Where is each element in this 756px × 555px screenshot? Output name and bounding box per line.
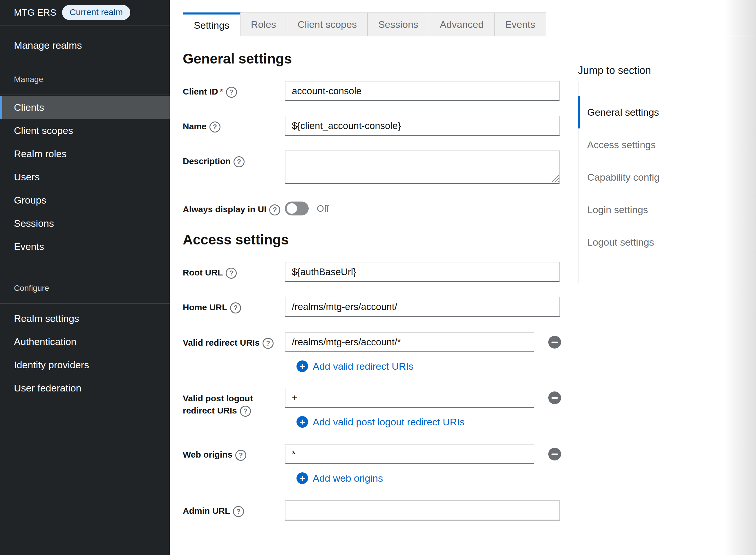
- plus-circle-icon: +: [296, 416, 308, 428]
- tab-sessions[interactable]: Sessions: [368, 12, 429, 36]
- tab-client-scopes[interactable]: Client scopes: [287, 12, 368, 36]
- jump-link-access-settings[interactable]: Access settings: [579, 128, 740, 161]
- help-icon[interactable]: ?: [235, 450, 246, 461]
- description-row: Description?: [183, 151, 566, 184]
- admin-url-row: Admin URL?: [183, 500, 566, 520]
- home-url-label: Home URL?: [183, 297, 285, 317]
- name-input[interactable]: [285, 116, 560, 136]
- home-url-row: Home URL?: [183, 297, 566, 317]
- always-display-toggle[interactable]: [285, 202, 309, 215]
- realm-name: MTG ERS: [14, 7, 56, 18]
- help-icon[interactable]: ?: [233, 506, 244, 517]
- post-logout-uris-field: + Add valid post logout redirect URIs: [285, 388, 561, 429]
- help-icon[interactable]: ?: [234, 156, 245, 167]
- web-origins-label: Web origins?: [183, 444, 285, 485]
- description-textarea[interactable]: [285, 151, 560, 184]
- remove-uri-icon[interactable]: [548, 448, 561, 461]
- client-id-row: Client ID*?: [183, 81, 566, 101]
- name-label: Name?: [183, 116, 285, 136]
- tab-events[interactable]: Events: [494, 12, 546, 36]
- help-icon[interactable]: ?: [230, 302, 241, 313]
- nav-spacer: [0, 57, 170, 71]
- jump-to-section-title: Jump to section: [578, 65, 740, 76]
- required-marker: *: [220, 87, 223, 96]
- remove-uri-icon[interactable]: [548, 391, 561, 404]
- client-tabs: Settings Roles Client scopes Sessions Ad…: [170, 12, 756, 36]
- help-icon[interactable]: ?: [263, 338, 274, 349]
- help-icon[interactable]: ?: [226, 268, 237, 279]
- realm-header: MTG ERS Current realm: [0, 0, 170, 26]
- valid-redirect-uri-input[interactable]: [285, 332, 534, 352]
- jump-link-capability-config[interactable]: Capability config: [579, 161, 740, 194]
- sidebar-item-groups[interactable]: Groups: [0, 188, 170, 212]
- root-url-row: Root URL?: [183, 262, 566, 282]
- description-field: [285, 151, 560, 184]
- valid-redirect-uris-row: Valid redirect URIs? + Add valid redirec…: [183, 332, 566, 373]
- nav-section-configure: Configure: [0, 280, 170, 296]
- toggle-state-label: Off: [317, 203, 329, 214]
- post-logout-uri-input[interactable]: [285, 388, 534, 408]
- sidebar-item-manage-realms[interactable]: Manage realms: [0, 34, 170, 57]
- jump-link-logout-settings[interactable]: Logout settings: [579, 226, 740, 258]
- web-origins-row: Web origins? + Add web origins: [183, 444, 566, 485]
- sidebar-item-realm-roles[interactable]: Realm roles: [0, 142, 170, 165]
- name-row: Name?: [183, 116, 566, 136]
- client-id-input[interactable]: [285, 81, 560, 101]
- sidebar-item-events[interactable]: Events: [0, 235, 170, 258]
- nav-spacer: [0, 258, 170, 280]
- client-settings-form: General settings Client ID*? Name? Descr…: [183, 52, 566, 520]
- plus-circle-icon: +: [296, 472, 308, 484]
- help-icon[interactable]: ?: [209, 122, 221, 132]
- web-origin-input[interactable]: [285, 444, 534, 464]
- jump-link-login-settings[interactable]: Login settings: [579, 194, 740, 226]
- root-url-input[interactable]: [285, 262, 560, 282]
- jump-link-general-settings[interactable]: General settings: [578, 96, 740, 128]
- sidebar-menu: Manage realms Manage Clients Client scop…: [0, 26, 170, 399]
- root-url-label: Root URL?: [183, 262, 285, 282]
- sidebar-item-identity-providers[interactable]: Identity providers: [0, 353, 170, 376]
- uri-input-line: [285, 332, 561, 352]
- general-settings-title: General settings: [183, 52, 566, 66]
- sidebar-item-user-federation[interactable]: User federation: [0, 376, 170, 399]
- sidebar-item-sessions[interactable]: Sessions: [0, 212, 170, 235]
- sidebar-item-users[interactable]: Users: [0, 165, 170, 188]
- access-settings-title: Access settings: [183, 233, 566, 247]
- help-icon[interactable]: ?: [240, 405, 251, 417]
- sidebar-item-clients[interactable]: Clients: [0, 96, 170, 119]
- sidebar-item-authentication[interactable]: Authentication: [0, 330, 170, 353]
- nav-section-manage: Manage: [0, 71, 170, 88]
- plus-circle-icon: +: [296, 360, 308, 372]
- client-details-main: Settings Roles Client scopes Sessions Ad…: [170, 0, 756, 555]
- always-display-switch-line: Off: [285, 199, 329, 215]
- home-url-input[interactable]: [285, 297, 560, 317]
- add-valid-redirect-uris-button[interactable]: + Add valid redirect URIs: [296, 359, 561, 373]
- web-origins-field: + Add web origins: [285, 444, 561, 485]
- add-post-logout-uris-button[interactable]: + Add valid post logout redirect URIs: [296, 415, 561, 429]
- add-web-origins-button[interactable]: + Add web origins: [296, 471, 561, 485]
- valid-redirect-uris-field: + Add valid redirect URIs: [285, 332, 561, 373]
- help-icon[interactable]: ?: [269, 204, 280, 215]
- always-display-label: Always display in UI?: [183, 199, 285, 215]
- post-logout-uris-label: Valid post logout redirect URIs?: [183, 388, 285, 429]
- always-display-row: Always display in UI? Off: [183, 199, 566, 215]
- admin-url-input[interactable]: [285, 500, 560, 520]
- tab-roles[interactable]: Roles: [240, 12, 287, 36]
- jump-to-section-panel: Jump to section General settings Access …: [578, 52, 740, 283]
- sidebar-item-realm-settings[interactable]: Realm settings: [0, 307, 170, 330]
- valid-redirect-uris-label: Valid redirect URIs?: [183, 332, 285, 373]
- help-icon[interactable]: ?: [226, 87, 237, 98]
- admin-url-label: Admin URL?: [183, 500, 285, 520]
- settings-content: General settings Client ID*? Name? Descr…: [170, 52, 756, 520]
- sidebar-nav: MTG ERS Current realm Manage realms Mana…: [0, 0, 170, 555]
- sidebar-item-client-scopes[interactable]: Client scopes: [0, 119, 170, 142]
- post-logout-uris-row: Valid post logout redirect URIs? + Add v…: [183, 388, 566, 429]
- jump-links: General settings Access settings Capabil…: [578, 82, 740, 283]
- manage-items: Clients Client scopes Realm roles Users …: [0, 95, 170, 258]
- tab-advanced[interactable]: Advanced: [429, 12, 494, 36]
- tab-settings[interactable]: Settings: [183, 12, 240, 36]
- toggle-knob: [287, 203, 297, 214]
- configure-items: Realm settings Authentication Identity p…: [0, 304, 170, 399]
- current-realm-badge: Current realm: [62, 5, 130, 20]
- remove-uri-icon[interactable]: [548, 336, 561, 348]
- client-id-label: Client ID*?: [183, 81, 285, 101]
